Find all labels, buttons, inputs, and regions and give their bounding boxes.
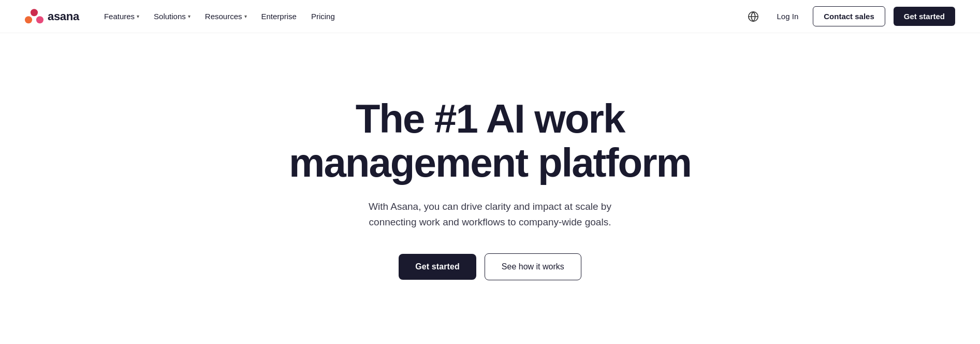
asana-logo-icon xyxy=(25,8,43,25)
nav-right: Log In Contact sales Get started xyxy=(744,6,955,26)
svg-point-1 xyxy=(25,16,32,23)
nav-left: asana Features ▾ Solutions ▾ Resources ▾… xyxy=(25,8,341,25)
nav-link-solutions[interactable]: Solutions ▾ xyxy=(148,8,197,25)
logo[interactable]: asana xyxy=(25,8,79,25)
nav-link-resources[interactable]: Resources ▾ xyxy=(199,8,253,25)
hero-get-started-button[interactable]: Get started xyxy=(399,254,476,280)
contact-sales-button[interactable]: Contact sales xyxy=(813,6,885,26)
chevron-down-icon: ▾ xyxy=(188,13,191,19)
navbar: asana Features ▾ Solutions ▾ Resources ▾… xyxy=(0,0,980,33)
svg-point-0 xyxy=(31,9,38,16)
globe-icon xyxy=(748,11,759,22)
nav-link-enterprise[interactable]: Enterprise xyxy=(255,8,303,25)
svg-point-2 xyxy=(36,16,43,23)
logo-text: asana xyxy=(48,10,79,23)
hero-cta-group: Get started See how it works xyxy=(399,253,581,280)
hero-subtitle: With Asana, you can drive clarity and im… xyxy=(356,199,625,231)
hero-see-how-button[interactable]: See how it works xyxy=(485,253,581,280)
chevron-down-icon: ▾ xyxy=(137,13,139,19)
nav-link-pricing[interactable]: Pricing xyxy=(305,8,341,25)
nav-links: Features ▾ Solutions ▾ Resources ▾ Enter… xyxy=(98,8,341,25)
hero-section: The #1 AI work management platform With … xyxy=(0,33,980,334)
chevron-down-icon: ▾ xyxy=(244,13,247,19)
login-link[interactable]: Log In xyxy=(771,8,805,25)
globe-button[interactable] xyxy=(744,7,763,26)
hero-title: The #1 AI work management platform xyxy=(278,97,703,184)
nav-link-features[interactable]: Features ▾ xyxy=(98,8,145,25)
get-started-nav-button[interactable]: Get started xyxy=(894,7,955,26)
